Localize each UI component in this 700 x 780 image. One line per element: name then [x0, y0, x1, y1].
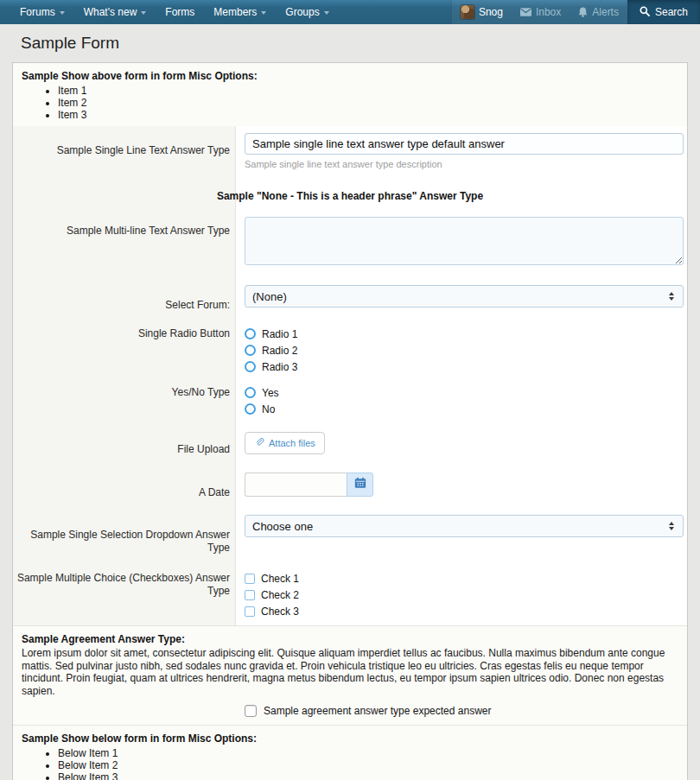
list-item: Below Item 1 — [58, 747, 678, 759]
nav-forms-label: Forms — [165, 6, 194, 18]
select-arrows-icon — [669, 292, 674, 301]
checkbox-icon[interactable] — [245, 590, 255, 600]
nav-groups[interactable]: Groups — [276, 0, 338, 24]
avatar — [461, 5, 474, 19]
nav-members[interactable]: Members — [204, 0, 276, 24]
radio-icon[interactable] — [245, 403, 256, 415]
select-forum-dropdown[interactable]: (None) — [245, 285, 684, 308]
radio-option-1[interactable]: Radio 1 — [245, 326, 684, 342]
user-account-menu[interactable]: Snog — [452, 0, 512, 24]
select-forum-value: (None) — [252, 290, 669, 303]
radio-option-label: Radio 1 — [262, 328, 297, 340]
row-multiline-text: Sample Multi-line Text Answer Type — [13, 208, 687, 276]
radio-option-2[interactable]: Radio 2 — [245, 342, 684, 358]
chevron-down-icon — [324, 11, 329, 15]
checkbox-option-2[interactable]: Check 2 — [245, 587, 684, 603]
nav-forms[interactable]: Forms — [156, 0, 204, 24]
checkbox-option-3[interactable]: Check 3 — [245, 603, 684, 619]
checkbox-option-1[interactable]: Check 1 — [245, 570, 684, 587]
attach-files-button[interactable]: Attach files — [245, 432, 325, 454]
nav-alerts[interactable]: Alerts — [570, 0, 627, 24]
dropdown-label: Sample Single Selection Dropdown Answer … — [13, 515, 236, 555]
list-item: Item 3 — [58, 109, 678, 121]
row-yes-no: Yes/No Type Yes No — [13, 377, 687, 424]
nav-forums-label: Forums — [20, 6, 55, 18]
search-label: Search — [655, 6, 688, 18]
date-input[interactable] — [245, 472, 347, 497]
choose-one-dropdown[interactable]: Choose one — [245, 515, 684, 537]
select-arrows-icon — [669, 522, 674, 530]
below-form-section: Sample Show below form in form Misc Opti… — [13, 725, 687, 780]
list-item: Item 1 — [58, 85, 678, 97]
calendar-icon — [354, 477, 366, 492]
radio-icon[interactable] — [245, 345, 256, 356]
checkbox-option-label: Check 1 — [261, 573, 299, 585]
radio-option-label: Radio 2 — [262, 345, 297, 357]
single-line-text-input[interactable] — [245, 133, 684, 155]
multiline-textarea[interactable] — [245, 217, 684, 265]
checkbox-option-label: Check 3 — [261, 606, 299, 618]
above-form-section: Sample Show above form in form Misc Opti… — [13, 63, 687, 126]
nav-search[interactable]: Search — [627, 0, 700, 24]
username-label: Snog — [479, 6, 503, 18]
checkbox-icon[interactable] — [245, 574, 255, 584]
below-section-list: Below Item 1 Below Item 2 Below Item 3 — [58, 747, 678, 780]
paperclip-icon — [254, 437, 264, 449]
nav-whats-new[interactable]: What's new — [74, 0, 156, 24]
agreement-checkbox-icon[interactable] — [245, 705, 257, 717]
above-section-list: Item 1 Item 2 Item 3 — [58, 85, 678, 121]
radio-option-yes[interactable]: Yes — [245, 384, 684, 401]
row-single-line-text: Sample Single Line Text Answer Type Samp… — [13, 126, 687, 180]
top-navbar: Forums What's new Forms Members Groups S… — [0, 0, 700, 24]
checkbox-option-label: Check 2 — [261, 589, 299, 601]
checkbox-icon[interactable] — [245, 606, 255, 617]
radio-option-label: No — [262, 403, 275, 415]
chevron-down-icon — [141, 11, 146, 15]
alerts-label: Alerts — [592, 6, 619, 18]
agreement-text: Lorem ipsum dolor sit amet, consectetur … — [22, 647, 678, 697]
checkboxes-label: Sample Multiple Choice (Checkboxes) Answ… — [13, 570, 236, 619]
bell-icon — [578, 7, 588, 17]
below-section-heading: Sample Show below form in form Misc Opti… — [22, 732, 678, 745]
agreement-section: Sample Agreement Answer Type: Lorem ipsu… — [13, 625, 687, 725]
sample-form: Sample Show above form in form Misc Opti… — [12, 62, 688, 780]
dropdown-value: Choose one — [252, 520, 669, 533]
agreement-checkbox-row[interactable]: Sample agreement answer type expected an… — [22, 705, 678, 717]
nav-members-label: Members — [213, 6, 257, 18]
attach-files-label: Attach files — [269, 438, 315, 448]
single-line-label: Sample Single Line Text Answer Type — [13, 133, 236, 169]
nav-forums[interactable]: Forums — [10, 0, 74, 24]
form-rows: Sample Single Line Text Answer Type Samp… — [13, 126, 687, 625]
main-menu: Forums What's new Forms Members Groups — [0, 0, 339, 24]
multiline-label: Sample Multi-line Text Answer Type — [13, 217, 236, 269]
radio-option-3[interactable]: Radio 3 — [245, 358, 684, 375]
row-multiple-choice: Sample Multiple Choice (Checkboxes) Answ… — [13, 563, 687, 625]
radio-option-label: Radio 3 — [262, 361, 297, 373]
envelope-icon — [520, 8, 531, 16]
row-file-upload: File Upload Attach files — [13, 424, 687, 464]
row-select-forum: Select Forum: (None) — [13, 276, 687, 320]
nav-groups-label: Groups — [285, 6, 319, 18]
chevron-down-icon — [261, 11, 266, 15]
single-line-description: Sample single line text answer type desc… — [245, 159, 684, 169]
yes-no-label: Yes/No Type — [13, 384, 236, 417]
search-icon — [640, 6, 650, 19]
list-item: Below Item 3 — [58, 771, 678, 780]
radio-icon[interactable] — [245, 328, 256, 339]
radio-icon[interactable] — [245, 361, 256, 372]
row-date: A Date — [13, 464, 687, 506]
nav-inbox[interactable]: Inbox — [512, 0, 570, 24]
radio-icon[interactable] — [245, 387, 256, 398]
agreement-heading: Sample Agreement Answer Type: — [22, 633, 678, 645]
calendar-button[interactable] — [347, 472, 373, 497]
above-section-heading: Sample Show above form in form Misc Opti… — [22, 70, 678, 82]
list-item: Below Item 2 — [58, 759, 678, 771]
nav-whats-new-label: What's new — [84, 6, 137, 18]
chevron-down-icon — [60, 11, 65, 15]
date-label: A Date — [13, 472, 236, 499]
inbox-label: Inbox — [536, 6, 561, 18]
single-radio-label: Single Radio Button — [13, 326, 236, 375]
row-single-selection-dropdown: Sample Single Selection Dropdown Answer … — [13, 506, 687, 563]
row-single-radio: Single Radio Button Radio 1 Radio 2 Radi… — [13, 320, 687, 377]
radio-option-no[interactable]: No — [245, 401, 684, 417]
